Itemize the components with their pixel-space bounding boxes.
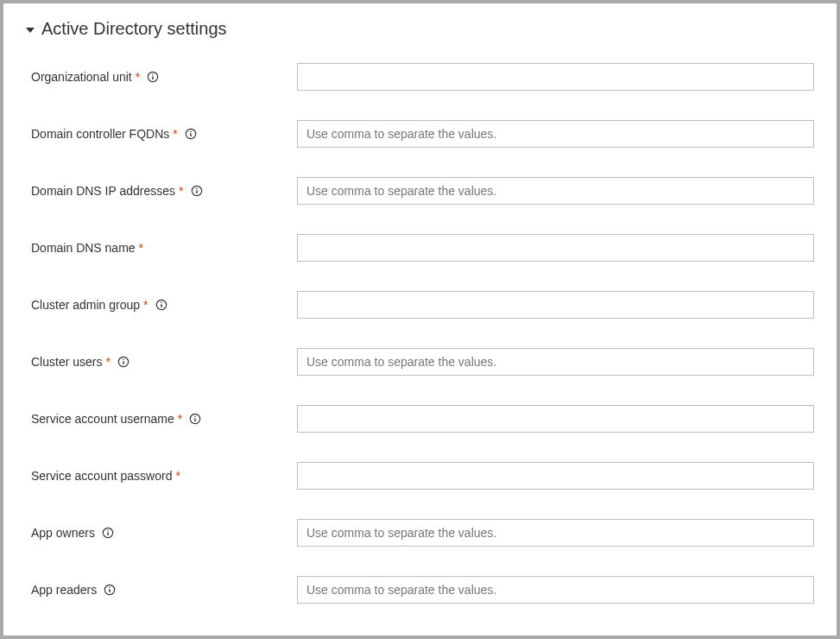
svg-point-14 xyxy=(123,358,124,360)
field-row-cluster-users: Cluster users * xyxy=(31,348,814,376)
label-cluster-users: Cluster users xyxy=(31,355,102,369)
field-label-wrap: Cluster users * xyxy=(31,355,297,369)
input-organizational-unit[interactable] xyxy=(297,63,814,91)
input-app-readers[interactable] xyxy=(297,576,814,604)
label-service-account-password: Service account password xyxy=(31,469,172,483)
svg-point-20 xyxy=(107,529,109,531)
label-app-readers: App readers xyxy=(31,583,97,597)
svg-point-5 xyxy=(190,130,192,132)
section-title: Active Directory settings xyxy=(41,19,227,39)
required-indicator: * xyxy=(139,241,143,255)
field-row-organizational-unit: Organizational unit * xyxy=(31,63,814,91)
field-label-wrap: Service account username * xyxy=(31,412,297,426)
input-app-owners[interactable] xyxy=(297,519,814,547)
input-service-account-password[interactable] xyxy=(297,462,814,490)
svg-point-17 xyxy=(194,415,196,417)
svg-point-2 xyxy=(152,73,154,75)
field-row-service-account-username: Service account username * xyxy=(31,405,814,433)
field-label-wrap: Domain controller FQDNs * xyxy=(31,127,297,141)
input-cluster-admin-group[interactable] xyxy=(297,291,814,319)
required-indicator: * xyxy=(136,70,140,84)
field-label-wrap: Domain DNS name * xyxy=(31,241,297,255)
info-icon[interactable] xyxy=(191,185,203,197)
field-label-wrap: App owners xyxy=(31,526,297,540)
label-app-owners: App owners xyxy=(31,526,95,540)
section-header[interactable]: Active Directory settings xyxy=(26,19,814,39)
input-domain-dns-name[interactable] xyxy=(297,234,814,262)
required-indicator: * xyxy=(105,355,110,369)
required-indicator: * xyxy=(143,298,148,312)
field-row-domain-controller-fqdns: Domain controller FQDNs * xyxy=(31,120,814,148)
svg-point-8 xyxy=(196,187,198,189)
field-row-domain-dns-name: Domain DNS name * xyxy=(31,234,814,262)
field-label-wrap: Service account password * xyxy=(31,469,297,483)
required-indicator: * xyxy=(175,469,180,483)
required-indicator: * xyxy=(179,184,183,198)
label-organizational-unit: Organizational unit xyxy=(31,70,132,84)
info-icon[interactable] xyxy=(117,356,129,368)
field-row-cluster-admin-group: Cluster admin group * xyxy=(31,291,814,319)
settings-panel: Active Directory settings Organizational… xyxy=(3,3,837,636)
field-row-app-owners: App owners xyxy=(31,519,814,547)
field-row-app-readers: App readers xyxy=(31,576,814,604)
field-label-wrap: App readers xyxy=(31,583,297,597)
label-domain-dns-name: Domain DNS name xyxy=(31,241,136,255)
label-service-account-username: Service account username xyxy=(31,412,174,426)
field-label-wrap: Organizational unit * xyxy=(31,70,297,84)
info-icon[interactable] xyxy=(147,71,159,83)
field-label-wrap: Domain DNS IP addresses * xyxy=(31,184,297,198)
required-indicator: * xyxy=(178,412,182,426)
info-icon[interactable] xyxy=(155,299,167,311)
svg-point-11 xyxy=(161,301,162,303)
info-icon[interactable] xyxy=(189,413,201,425)
caret-down-icon xyxy=(26,28,35,33)
info-icon[interactable] xyxy=(104,584,116,596)
required-indicator: * xyxy=(173,127,177,141)
field-label-wrap: Cluster admin group * xyxy=(31,298,297,312)
input-service-account-username[interactable] xyxy=(297,405,814,433)
info-icon[interactable] xyxy=(102,527,114,539)
field-row-domain-dns-ip-addresses: Domain DNS IP addresses * xyxy=(31,177,814,205)
input-domain-dns-ip-addresses[interactable] xyxy=(297,177,814,205)
field-row-service-account-password: Service account password * xyxy=(31,462,814,490)
label-cluster-admin-group: Cluster admin group xyxy=(31,298,140,312)
label-domain-controller-fqdns: Domain controller FQDNs xyxy=(31,127,169,141)
label-domain-dns-ip-addresses: Domain DNS IP addresses xyxy=(31,184,175,198)
input-domain-controller-fqdns[interactable] xyxy=(297,120,814,148)
input-cluster-users[interactable] xyxy=(297,348,814,376)
info-icon[interactable] xyxy=(185,128,197,140)
svg-point-23 xyxy=(109,586,111,588)
